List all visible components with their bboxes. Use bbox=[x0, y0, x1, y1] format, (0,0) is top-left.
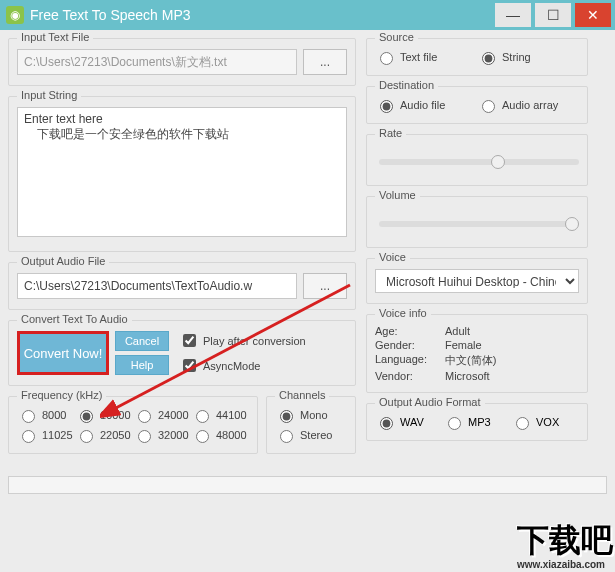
watermark: 下载吧 www.xiazaiba.com bbox=[517, 519, 613, 570]
source-legend: Source bbox=[375, 31, 418, 43]
frequency-group: Frequency (kHz) 800016000240004410011025… bbox=[8, 396, 258, 454]
frequency-legend: Frequency (kHz) bbox=[17, 389, 106, 401]
output-format-option-wav[interactable]: WAV bbox=[375, 414, 443, 430]
input-text-file-legend: Input Text File bbox=[17, 31, 93, 43]
minimize-button[interactable]: — bbox=[495, 3, 531, 27]
app-icon: ◉ bbox=[6, 6, 24, 24]
output-audio-file-group: Output Audio File ... bbox=[8, 262, 356, 310]
input-string-legend: Input String bbox=[17, 89, 81, 101]
volume-legend: Volume bbox=[375, 189, 420, 201]
voice-info-legend: Voice info bbox=[375, 307, 431, 319]
vendor-label: Vendor: bbox=[375, 370, 445, 382]
voice-legend: Voice bbox=[375, 251, 410, 263]
destination-group: Destination Audio fileAudio array bbox=[366, 86, 588, 124]
gender-label: Gender: bbox=[375, 339, 445, 351]
volume-slider[interactable] bbox=[379, 221, 579, 227]
source-option-text-file[interactable]: Text file bbox=[375, 49, 477, 65]
convert-now-button[interactable]: Convert Now! bbox=[17, 331, 109, 375]
input-text-file-group: Input Text File ... bbox=[8, 38, 356, 86]
rate-legend: Rate bbox=[375, 127, 406, 139]
frequency-option-24000[interactable]: 24000 bbox=[133, 407, 191, 423]
async-mode-checkbox[interactable]: AsyncMode bbox=[179, 356, 306, 375]
channels-option-stereo[interactable]: Stereo bbox=[275, 427, 347, 443]
voice-group: Voice Microsoft Huihui Desktop - Chinese… bbox=[366, 258, 588, 304]
source-group: Source Text fileString bbox=[366, 38, 588, 76]
output-file-browse-button[interactable]: ... bbox=[303, 273, 347, 299]
frequency-option-22050[interactable]: 22050 bbox=[75, 427, 133, 443]
voice-select[interactable]: Microsoft Huihui Desktop - Chinese (Sim bbox=[375, 269, 579, 293]
channels-group: Channels MonoStereo bbox=[266, 396, 356, 454]
input-text-file-path[interactable] bbox=[17, 49, 297, 75]
input-file-browse-button[interactable]: ... bbox=[303, 49, 347, 75]
gender-value: Female bbox=[445, 339, 579, 351]
age-label: Age: bbox=[375, 325, 445, 337]
channels-legend: Channels bbox=[275, 389, 329, 401]
destination-option-audio-file[interactable]: Audio file bbox=[375, 97, 477, 113]
titlebar: ◉ Free Text To Speech MP3 — ☐ ✕ bbox=[0, 0, 615, 30]
cancel-button[interactable]: Cancel bbox=[115, 331, 169, 351]
language-label: Language: bbox=[375, 353, 445, 368]
language-value: 中文(简体) bbox=[445, 353, 579, 368]
progress-bar bbox=[8, 476, 607, 494]
app-title: Free Text To Speech MP3 bbox=[30, 7, 191, 23]
close-button[interactable]: ✕ bbox=[575, 3, 611, 27]
frequency-option-16000[interactable]: 16000 bbox=[75, 407, 133, 423]
input-string-group: Input String Enter text here 下载吧是一个安全绿色的… bbox=[8, 96, 356, 252]
convert-group: Convert Text To Audio Convert Now! Cance… bbox=[8, 320, 356, 386]
frequency-option-8000[interactable]: 8000 bbox=[17, 407, 75, 423]
convert-legend: Convert Text To Audio bbox=[17, 313, 132, 325]
rate-slider[interactable] bbox=[379, 159, 579, 165]
output-format-option-mp3[interactable]: MP3 bbox=[443, 414, 511, 430]
channels-option-mono[interactable]: Mono bbox=[275, 407, 347, 423]
rate-group: Rate bbox=[366, 134, 588, 186]
voice-info-group: Voice info Age:Adult Gender:Female Langu… bbox=[366, 314, 588, 393]
vendor-value: Microsoft bbox=[445, 370, 579, 382]
age-value: Adult bbox=[445, 325, 579, 337]
output-format-group: Output Audio Format WAVMP3VOX bbox=[366, 403, 588, 441]
frequency-option-44100[interactable]: 44100 bbox=[191, 407, 249, 423]
destination-legend: Destination bbox=[375, 79, 438, 91]
frequency-option-48000[interactable]: 48000 bbox=[191, 427, 249, 443]
output-audio-file-path[interactable] bbox=[17, 273, 297, 299]
play-after-checkbox[interactable]: Play after conversion bbox=[179, 331, 306, 350]
output-format-legend: Output Audio Format bbox=[375, 396, 485, 408]
frequency-option-32000[interactable]: 32000 bbox=[133, 427, 191, 443]
source-option-string[interactable]: String bbox=[477, 49, 579, 65]
output-format-option-vox[interactable]: VOX bbox=[511, 414, 579, 430]
help-button[interactable]: Help bbox=[115, 355, 169, 375]
output-audio-file-legend: Output Audio File bbox=[17, 255, 109, 267]
input-string-textarea[interactable]: Enter text here 下载吧是一个安全绿色的软件下载站 bbox=[17, 107, 347, 237]
volume-group: Volume bbox=[366, 196, 588, 248]
destination-option-audio-array[interactable]: Audio array bbox=[477, 97, 579, 113]
frequency-option-11025[interactable]: 11025 bbox=[17, 427, 75, 443]
maximize-button[interactable]: ☐ bbox=[535, 3, 571, 27]
